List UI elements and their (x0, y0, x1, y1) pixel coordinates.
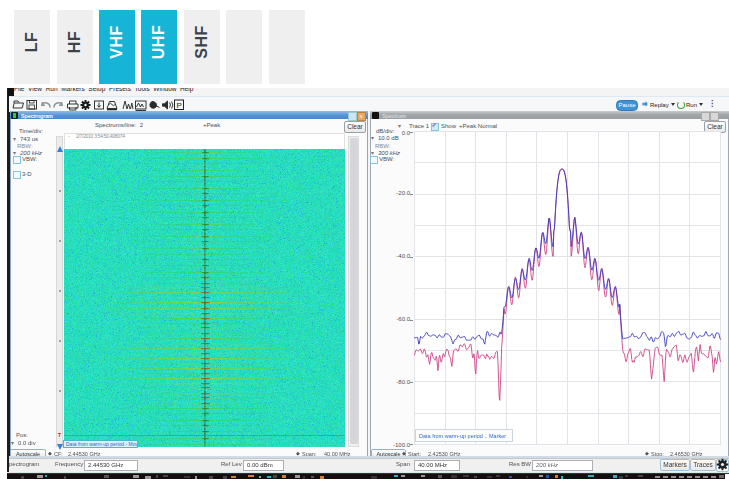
svg-text:P: P (177, 101, 182, 110)
